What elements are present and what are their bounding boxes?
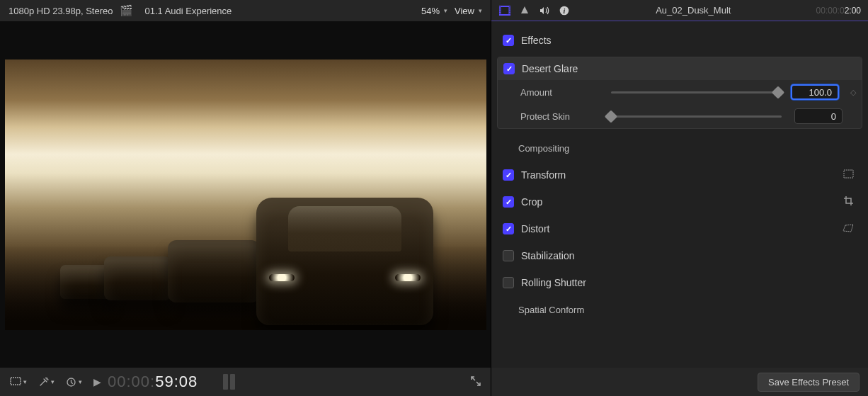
svg-rect-9 bbox=[509, 9, 510, 10]
rolling-shutter-label: Rolling Shutter bbox=[521, 277, 857, 288]
protect-skin-label: Protect Skin bbox=[520, 111, 598, 122]
distort-label: Distort bbox=[521, 223, 843, 234]
transform-section[interactable]: Transform bbox=[497, 162, 862, 188]
svg-rect-6 bbox=[500, 11, 501, 12]
effects-section[interactable]: Effects bbox=[497, 27, 862, 54]
inspector-header: i Au_02_Dusk_Mult 00:00:02:00 bbox=[491, 0, 868, 21]
viewer-header: 1080p HD 23.98p, Stereo 🎬 01.1 Audi Expe… bbox=[0, 0, 491, 21]
inspector-pane: i Au_02_Dusk_Mult 00:00:02:00 Effects De… bbox=[491, 0, 868, 396]
crop-section[interactable]: Crop bbox=[497, 188, 862, 215]
viewer-content[interactable] bbox=[0, 21, 491, 368]
retime-tool-dropdown[interactable]: ▾ bbox=[66, 377, 82, 387]
svg-rect-5 bbox=[500, 9, 501, 10]
amount-label: Amount bbox=[520, 87, 598, 98]
viewer-pane: 1080p HD 23.98p, Stereo 🎬 01.1 Audi Expe… bbox=[0, 0, 491, 396]
transform-overlay-icon[interactable] bbox=[843, 169, 857, 181]
svg-rect-3 bbox=[501, 7, 509, 14]
amount-slider[interactable] bbox=[611, 91, 778, 94]
svg-rect-0 bbox=[11, 378, 21, 385]
compositing-label: Compositing bbox=[518, 143, 569, 154]
clip-title: 01.1 Audi Experience bbox=[144, 6, 232, 16]
clapper-icon: 🎬 bbox=[120, 4, 133, 17]
amount-param: Amount 100.0 ◇ bbox=[498, 80, 862, 104]
desert-glare-label: Desert Glare bbox=[522, 63, 856, 74]
transform-checkbox[interactable] bbox=[503, 169, 514, 181]
desert-glare-effect: Desert Glare Amount 100.0 ◇ Protect Skin… bbox=[497, 57, 862, 129]
transform-label: Transform bbox=[521, 169, 843, 181]
viewer-footer: ▾ ▾ ▾ ▶ 00:00:59:08 bbox=[0, 368, 491, 396]
stabilization-label: Stabilization bbox=[521, 250, 857, 261]
desert-glare-checkbox[interactable] bbox=[503, 63, 515, 74]
svg-rect-10 bbox=[509, 11, 510, 12]
audio-inspector-tab[interactable] bbox=[538, 5, 551, 16]
crop-label: Crop bbox=[521, 196, 843, 208]
svg-rect-7 bbox=[500, 13, 501, 14]
desert-glare-header[interactable]: Desert Glare bbox=[498, 57, 862, 80]
timecode-bright: 59:08 bbox=[155, 373, 198, 390]
svg-rect-14 bbox=[844, 170, 853, 178]
save-effects-preset-button[interactable]: Save Effects Preset bbox=[758, 373, 860, 392]
info-inspector-tab[interactable]: i bbox=[558, 5, 571, 16]
audio-meters bbox=[223, 374, 235, 390]
inspector-timecode: 00:00:02:00 bbox=[816, 6, 861, 16]
rolling-shutter-checkbox[interactable] bbox=[503, 277, 514, 288]
distort-checkbox[interactable] bbox=[503, 223, 514, 234]
zoom-value: 54% bbox=[421, 6, 440, 16]
protect-skin-param: Protect Skin 0 bbox=[498, 104, 862, 128]
protect-skin-slider[interactable] bbox=[611, 115, 782, 118]
timecode-display[interactable]: ▶ 00:00:59:08 bbox=[93, 373, 198, 391]
transform-tool-dropdown[interactable]: ▾ bbox=[10, 377, 27, 387]
svg-rect-11 bbox=[509, 13, 510, 14]
keyframe-icon[interactable]: ◇ bbox=[846, 88, 856, 97]
rolling-shutter-section[interactable]: Rolling Shutter bbox=[497, 269, 862, 296]
play-icon[interactable]: ▶ bbox=[93, 376, 102, 387]
amount-value-input[interactable]: 100.0 bbox=[791, 84, 839, 100]
crop-overlay-icon[interactable] bbox=[843, 196, 857, 208]
distort-overlay-icon[interactable] bbox=[843, 224, 857, 234]
crop-checkbox[interactable] bbox=[503, 196, 514, 208]
inspector-body: Effects Desert Glare Amount 100.0 ◇ Prot… bbox=[491, 21, 868, 368]
svg-rect-4 bbox=[500, 6, 501, 8]
inspector-clip-name: Au_02_Dusk_Mult bbox=[578, 5, 809, 16]
keyframe-icon[interactable] bbox=[850, 112, 856, 120]
distort-section[interactable]: Distort bbox=[497, 215, 862, 242]
chevron-down-icon: ▾ bbox=[479, 7, 482, 14]
effects-label: Effects bbox=[521, 35, 857, 46]
view-dropdown[interactable]: View ▾ bbox=[455, 6, 482, 16]
video-inspector-tab[interactable] bbox=[498, 5, 511, 16]
protect-skin-value-input[interactable]: 0 bbox=[794, 108, 843, 124]
effects-checkbox[interactable] bbox=[503, 35, 514, 46]
svg-rect-8 bbox=[509, 6, 510, 8]
spatial-conform-section[interactable]: Spatial Conform bbox=[497, 296, 862, 323]
svg-text:i: i bbox=[564, 6, 566, 14]
format-label: 1080p HD 23.98p, Stereo bbox=[8, 6, 113, 16]
inspector-footer: Save Effects Preset bbox=[491, 368, 868, 396]
color-inspector-tab[interactable] bbox=[518, 5, 531, 16]
timecode-dim: 00:00: bbox=[108, 373, 155, 390]
video-preview bbox=[5, 60, 486, 330]
fullscreen-icon[interactable] bbox=[471, 376, 481, 388]
enhance-tool-dropdown[interactable]: ▾ bbox=[38, 377, 55, 387]
amount-slider-thumb[interactable] bbox=[772, 86, 784, 98]
spatial-conform-label: Spatial Conform bbox=[518, 305, 584, 315]
stabilization-checkbox[interactable] bbox=[503, 250, 514, 261]
view-label: View bbox=[455, 6, 474, 16]
zoom-dropdown[interactable]: 54% ▾ bbox=[421, 6, 447, 16]
stabilization-section[interactable]: Stabilization bbox=[497, 242, 862, 269]
protect-skin-slider-thumb[interactable] bbox=[605, 110, 617, 123]
compositing-section[interactable]: Compositing bbox=[497, 135, 862, 162]
chevron-down-icon: ▾ bbox=[444, 7, 447, 14]
